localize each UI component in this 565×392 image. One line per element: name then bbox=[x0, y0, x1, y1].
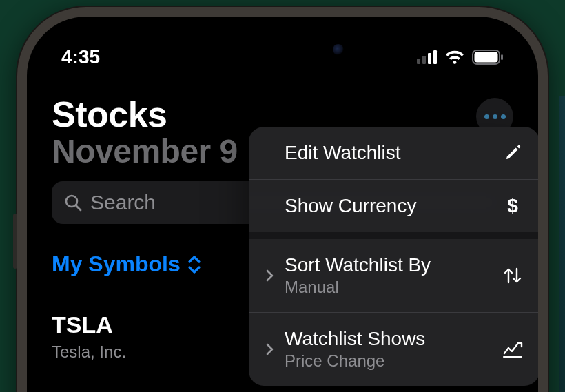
status-time: 4:35 bbox=[61, 46, 100, 68]
chevron-up-down-icon bbox=[187, 256, 201, 274]
menu-watchlist-shows[interactable]: Watchlist Shows Price Change bbox=[249, 313, 538, 386]
screen: 4:35 bbox=[27, 17, 538, 392]
search-icon bbox=[64, 194, 82, 212]
dynamic-island bbox=[210, 32, 355, 68]
svg-rect-5 bbox=[475, 52, 498, 63]
chevron-right-icon bbox=[264, 269, 275, 282]
line-chart-icon bbox=[501, 340, 524, 358]
battery-icon bbox=[472, 50, 504, 65]
search-placeholder: Search bbox=[90, 191, 156, 214]
sort-arrows-icon bbox=[501, 266, 524, 285]
wifi-icon bbox=[444, 50, 465, 65]
menu-item-value: Price Change bbox=[285, 351, 491, 371]
menu-show-currency[interactable]: › Show Currency $ bbox=[249, 180, 538, 232]
menu-item-label: Watchlist Shows bbox=[285, 328, 491, 350]
svg-line-8 bbox=[76, 205, 81, 210]
page-title: Stocks bbox=[52, 94, 238, 135]
context-menu: › Edit Watchlist › Show Currency bbox=[249, 127, 538, 386]
menu-sort-watchlist[interactable]: Sort Watchlist By Manual bbox=[249, 239, 538, 313]
status-right bbox=[417, 50, 504, 65]
menu-item-value: Manual bbox=[285, 278, 491, 297]
device-frame: 4:35 bbox=[17, 7, 548, 392]
dollar-icon: $ bbox=[501, 195, 524, 217]
svg-rect-1 bbox=[422, 56, 426, 64]
background-stripe bbox=[559, 96, 565, 392]
menu-edit-watchlist[interactable]: › Edit Watchlist bbox=[249, 127, 538, 180]
menu-item-label: Edit Watchlist bbox=[285, 142, 491, 164]
page-date: November 9 bbox=[52, 132, 238, 170]
svg-rect-6 bbox=[501, 54, 503, 60]
svg-rect-2 bbox=[428, 53, 431, 64]
content: Stocks November 9 Search My Symbols bbox=[27, 79, 538, 375]
cellular-icon bbox=[417, 50, 438, 64]
chevron-right-icon bbox=[264, 342, 275, 356]
svg-rect-3 bbox=[433, 50, 437, 64]
pencil-icon bbox=[501, 144, 524, 162]
menu-item-label: Sort Watchlist By bbox=[285, 254, 491, 276]
svg-rect-0 bbox=[417, 59, 420, 64]
menu-item-label: Show Currency bbox=[285, 195, 491, 217]
front-camera bbox=[333, 44, 344, 55]
watchlist-picker-label: My Symbols bbox=[52, 251, 181, 277]
menu-separator bbox=[249, 232, 538, 239]
